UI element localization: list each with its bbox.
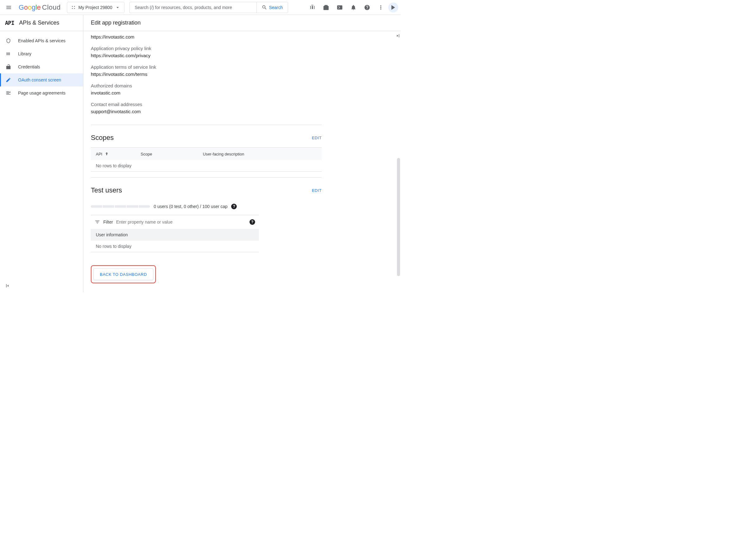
- header-right: [306, 1, 398, 14]
- col-api[interactable]: API: [91, 151, 140, 156]
- col-desc[interactable]: User-facing description: [203, 152, 322, 156]
- hamburger-menu-icon[interactable]: [2, 1, 15, 14]
- filter-row: Filter ?: [91, 215, 259, 229]
- sort-asc-icon: [104, 151, 109, 156]
- domains-value: invotastic.com: [91, 90, 322, 95]
- home-link-value: https://invotastic.com: [91, 34, 322, 39]
- test-users-edit-button[interactable]: EDIT: [312, 188, 322, 193]
- help-icon[interactable]: [361, 1, 373, 14]
- test-users-heading: Test users: [91, 186, 122, 194]
- main-panel: Edit app registration https://invotastic…: [83, 15, 401, 292]
- col-scope[interactable]: Scope: [140, 152, 203, 156]
- search-button-label: Search: [269, 5, 283, 10]
- scopes-heading: Scopes: [91, 134, 113, 142]
- domains-label: Authorized domains: [91, 83, 322, 88]
- sidebar-item-page-usage[interactable]: Page usage agreements: [0, 86, 83, 99]
- page-usage-icon: [6, 90, 11, 96]
- collapse-sidebar-icon[interactable]: [5, 283, 11, 290]
- user-cap-row: 0 users (0 test, 0 other) / 100 user cap…: [91, 204, 322, 209]
- api-logo-icon: API: [5, 20, 14, 26]
- search-placeholder: Search (/) for resources, docs, products…: [135, 5, 232, 10]
- divider: [91, 177, 322, 177]
- hide-info-panel-icon[interactable]: [394, 33, 401, 39]
- test-users-filter-box: Filter ? User information No rows to dis…: [91, 215, 259, 252]
- scopes-table-header: API Scope User-facing description: [91, 148, 322, 160]
- terms-value: https://invotastic.com/terms: [91, 71, 322, 77]
- sidebar-item-label: Page usage agreements: [18, 90, 66, 95]
- search-button[interactable]: Search: [256, 2, 288, 13]
- test-users-section-header: Test users EDIT: [91, 186, 322, 194]
- scopes-empty: No rows to display: [91, 160, 322, 171]
- back-button-highlight: BACK TO DASHBOARD: [91, 265, 156, 283]
- user-cap-bar: [91, 205, 150, 208]
- sidebar-item-credentials[interactable]: Credentials: [0, 60, 83, 73]
- sidebar-item-label: Library: [18, 51, 31, 56]
- user-cap-help-icon[interactable]: ?: [231, 204, 237, 209]
- account-avatar[interactable]: [388, 2, 398, 12]
- svg-point-3: [74, 8, 75, 9]
- google-cloud-logo[interactable]: GoogleCloud: [19, 4, 61, 11]
- sidebar-item-label: Enabled APIs & services: [18, 38, 66, 43]
- privacy-label: Application privacy policy link: [91, 46, 322, 51]
- divider: [91, 125, 322, 125]
- notifications-icon[interactable]: [347, 1, 360, 14]
- scopes-table: API Scope User-facing description No row…: [91, 147, 322, 172]
- search-container: Search (/) for resources, docs, products…: [129, 2, 288, 13]
- more-vert-icon[interactable]: [375, 1, 387, 14]
- search-input[interactable]: Search (/) for resources, docs, products…: [129, 2, 256, 13]
- privacy-value: https://invotastic.com/privacy: [91, 53, 322, 58]
- search-icon: [262, 5, 267, 10]
- gift-icon[interactable]: [320, 1, 332, 14]
- test-users-empty: No rows to display: [91, 241, 259, 252]
- contact-value: support@invotastic.com: [91, 109, 322, 114]
- scopes-section-header: Scopes EDIT: [91, 134, 322, 142]
- key-icon: [6, 64, 11, 70]
- project-name: My Project 29800: [78, 5, 112, 10]
- vertical-scrollbar[interactable]: [397, 158, 400, 276]
- svg-point-0: [72, 6, 73, 7]
- sidebar-title-row[interactable]: API APIs & Services: [0, 15, 83, 31]
- top-header: GoogleCloud My Project 29800 Search (/) …: [0, 0, 401, 15]
- sidebar-item-oauth-consent[interactable]: OAuth consent screen: [0, 73, 83, 86]
- user-info-column[interactable]: User information: [91, 229, 259, 241]
- sidebar-item-label: Credentials: [18, 64, 40, 69]
- terms-label: Application terms of service link: [91, 64, 322, 70]
- filter-label: Filter: [103, 219, 113, 224]
- back-to-dashboard-button[interactable]: BACK TO DASHBOARD: [93, 268, 153, 280]
- sidebar-item-label: OAuth consent screen: [18, 77, 61, 82]
- svg-point-2: [72, 8, 73, 9]
- filter-icon: [94, 219, 100, 225]
- enabled-apis-icon: [6, 38, 11, 44]
- consent-screen-icon: [6, 77, 11, 83]
- user-cap-text: 0 users (0 test, 0 other) / 100 user cap: [154, 204, 228, 209]
- library-icon: [6, 51, 11, 57]
- gemini-icon[interactable]: [306, 1, 319, 14]
- sidebar: API APIs & Services Enabled APIs & servi…: [0, 15, 83, 292]
- filter-input[interactable]: [116, 219, 247, 224]
- sidebar-title: APIs & Services: [19, 20, 59, 26]
- page-title: Edit app registration: [83, 15, 401, 31]
- project-selector[interactable]: My Project 29800: [67, 2, 124, 13]
- sidebar-nav: Enabled APIs & services Library Credenti…: [0, 31, 83, 103]
- scopes-edit-button[interactable]: EDIT: [312, 135, 322, 140]
- contact-label: Contact email addresses: [91, 102, 322, 107]
- chevron-down-icon: [115, 5, 120, 10]
- sidebar-item-library[interactable]: Library: [0, 47, 83, 60]
- sidebar-item-enabled-apis[interactable]: Enabled APIs & services: [0, 34, 83, 47]
- svg-point-1: [74, 6, 75, 7]
- filter-help-icon[interactable]: ?: [250, 219, 255, 225]
- content-area: https://invotastic.com Application priva…: [83, 34, 329, 292]
- cloud-shell-icon[interactable]: [334, 1, 346, 14]
